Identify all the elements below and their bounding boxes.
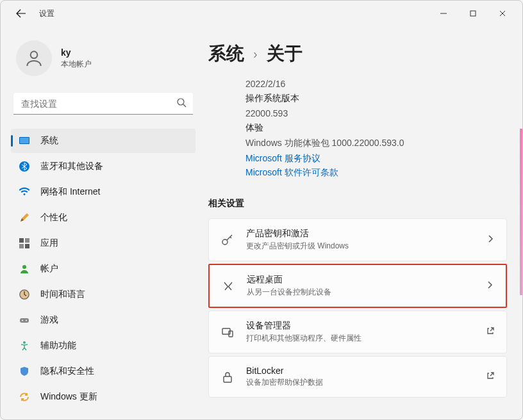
window-title: 设置 xyxy=(39,8,54,19)
card-desc: 更改产品密钥或升级 Windows xyxy=(246,241,349,252)
system-icon xyxy=(19,135,30,147)
close-button[interactable] xyxy=(488,3,517,24)
sidebar-item-time-language[interactable]: 时间和语言 xyxy=(11,282,195,307)
sidebar-item-label: 辅助功能 xyxy=(40,340,76,351)
card-desc: 从另一台设备控制此设备 xyxy=(247,287,331,298)
card-bitlocker[interactable]: BitLocker 设备加密帮助保护数据 xyxy=(208,356,507,398)
svg-rect-24 xyxy=(224,376,231,382)
chevron-right-icon xyxy=(486,234,495,246)
minimize-button[interactable] xyxy=(429,3,458,24)
maximize-button[interactable] xyxy=(458,3,488,24)
search-input[interactable] xyxy=(13,93,193,115)
sidebar-item-label: 应用 xyxy=(40,238,58,249)
sidebar-item-label: 蓝牙和其他设备 xyxy=(40,161,103,172)
device-manager-icon xyxy=(220,325,235,339)
svg-rect-11 xyxy=(25,238,29,243)
right-accent-bar xyxy=(520,129,522,295)
external-link-icon xyxy=(486,327,495,338)
svg-point-21 xyxy=(222,239,228,245)
link-license-terms[interactable]: Microsoft 软件许可条款 xyxy=(245,167,507,179)
sidebar-item-apps[interactable]: 应用 xyxy=(11,231,195,255)
clock-globe-icon xyxy=(19,289,30,300)
svg-rect-8 xyxy=(20,138,29,143)
card-title: 远程桌面 xyxy=(247,274,331,286)
card-desc: 设备加密帮助保护数据 xyxy=(246,377,323,388)
sidebar-item-label: 时间和语言 xyxy=(40,289,85,300)
experience-value: Windows 功能体验包 1000.22000.593.0 xyxy=(245,138,507,149)
breadcrumb-current: 关于 xyxy=(267,42,303,66)
os-build: 22000.593 xyxy=(245,108,507,118)
about-info: 2022/2/16 操作系统版本 22000.593 体验 Windows 功能… xyxy=(208,79,507,179)
person-icon xyxy=(19,263,30,275)
wifi-icon xyxy=(19,186,30,198)
sidebar-item-label: 个性化 xyxy=(40,212,67,223)
svg-point-5 xyxy=(178,99,184,105)
sidebar-item-label: Windows 更新 xyxy=(40,391,97,403)
bluetooth-icon xyxy=(19,161,30,172)
svg-point-19 xyxy=(26,320,27,321)
search-icon xyxy=(176,97,187,110)
svg-point-14 xyxy=(22,265,26,269)
sidebar-item-label: 隐私和安全性 xyxy=(40,366,94,377)
card-title: 设备管理器 xyxy=(246,320,361,332)
card-remote-desktop[interactable]: 远程桌面 从另一台设备控制此设备 xyxy=(208,264,507,308)
user-block[interactable]: ky 本地帐户 xyxy=(11,33,195,90)
gamepad-icon xyxy=(19,314,30,326)
avatar xyxy=(16,40,52,76)
external-link-icon xyxy=(486,371,495,383)
brush-icon xyxy=(19,212,30,223)
sidebar-item-accessibility[interactable]: 辅助功能 xyxy=(11,334,195,358)
user-name: ky xyxy=(61,47,92,58)
breadcrumb-root[interactable]: 系统 xyxy=(208,42,244,66)
update-icon xyxy=(19,391,30,403)
svg-rect-13 xyxy=(25,244,29,248)
svg-rect-12 xyxy=(19,244,24,248)
titlebar: 设置 xyxy=(1,1,522,26)
card-product-key[interactable]: 产品密钥和激活 更改产品密钥或升级 Windows xyxy=(208,218,507,261)
sidebar-item-windows-update[interactable]: Windows 更新 xyxy=(11,385,195,409)
sidebar-item-gaming[interactable]: 游戏 xyxy=(11,308,195,332)
card-title: BitLocker xyxy=(246,366,323,376)
card-desc: 打印机和其他驱动程序、硬件属性 xyxy=(246,333,361,344)
svg-rect-17 xyxy=(20,318,29,323)
sidebar-item-personalization[interactable]: 个性化 xyxy=(11,206,195,230)
link-service-agreement[interactable]: Microsoft 服务协议 xyxy=(245,153,507,165)
sidebar-item-bluetooth[interactable]: 蓝牙和其他设备 xyxy=(11,154,195,179)
breadcrumb: 系统 › 关于 xyxy=(208,42,507,66)
svg-point-4 xyxy=(31,51,38,58)
svg-line-6 xyxy=(183,104,186,107)
key-icon xyxy=(220,233,235,247)
sidebar-item-system[interactable]: 系统 xyxy=(11,129,195,153)
sidebar-item-label: 帐户 xyxy=(40,263,58,275)
svg-point-18 xyxy=(22,320,23,321)
chevron-right-icon xyxy=(485,280,494,292)
main-content: 系统 › 关于 2022/2/16 操作系统版本 22000.593 体验 Wi… xyxy=(201,26,522,419)
sidebar: ky 本地帐户 系统 蓝牙和其他设备 网络和 Internet xyxy=(1,26,201,419)
card-title: 产品密钥和激活 xyxy=(246,228,349,239)
sidebar-item-network[interactable]: 网络和 Internet xyxy=(11,180,195,204)
lock-icon xyxy=(220,370,235,384)
svg-rect-10 xyxy=(19,238,24,243)
remote-desktop-icon xyxy=(221,279,235,293)
apps-icon xyxy=(19,238,30,249)
accessibility-icon xyxy=(19,340,30,351)
back-button[interactable] xyxy=(13,6,29,21)
card-device-manager[interactable]: 设备管理器 打印机和其他驱动程序、硬件属性 xyxy=(208,311,507,353)
sidebar-item-label: 系统 xyxy=(40,135,58,147)
related-settings-title: 相关设置 xyxy=(208,198,507,209)
sidebar-item-accounts[interactable]: 帐户 xyxy=(11,257,195,281)
sidebar-item-privacy[interactable]: 隐私和安全性 xyxy=(11,359,195,384)
sidebar-item-label: 游戏 xyxy=(40,314,58,326)
experience-label: 体验 xyxy=(245,122,507,134)
os-build-label: 操作系统版本 xyxy=(245,93,507,104)
svg-point-20 xyxy=(23,341,26,344)
shield-icon xyxy=(19,366,30,377)
install-date: 2022/2/16 xyxy=(245,79,507,89)
sidebar-item-label: 网络和 Internet xyxy=(40,186,100,198)
user-subtitle: 本地帐户 xyxy=(61,59,92,70)
chevron-right-icon: › xyxy=(253,47,258,61)
svg-rect-1 xyxy=(470,11,476,16)
